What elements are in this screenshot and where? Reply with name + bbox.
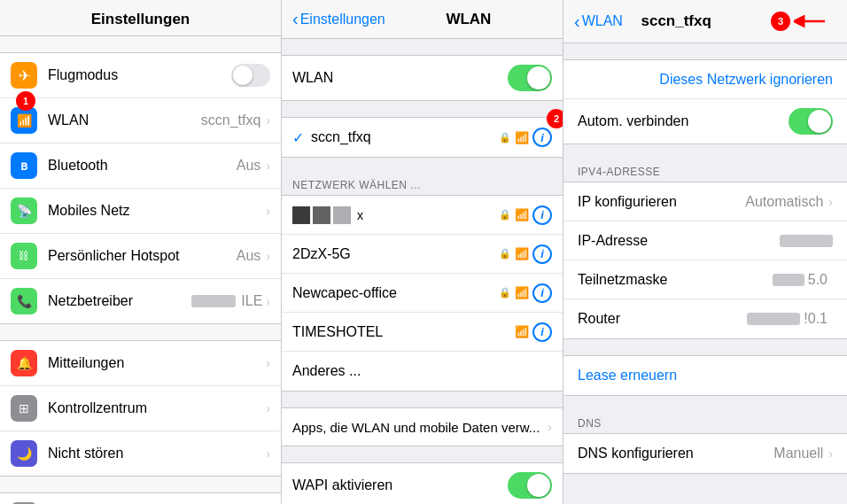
net2-wifi-icon: 📶 [515, 247, 529, 260]
wlan-toggle-section: WLAN [282, 55, 563, 101]
badge-3: 3 [771, 12, 790, 31]
settings-section-1: ✈ Flugmodus 📶 WLAN sccn_tfxq › 1 [0, 52, 281, 324]
net3-label: Newcapec-office [292, 285, 499, 301]
wlan-back-button[interactable]: ‹ Einstellungen [292, 9, 385, 29]
net1-info-button[interactable]: i [532, 205, 552, 225]
ignore-network-row[interactable]: Dieses Netzwerk ignorieren [563, 60, 847, 99]
settings-row-flugmodus[interactable]: ✈ Flugmodus [0, 53, 281, 98]
wlan-nav: ‹ Einstellungen WLAN [282, 0, 563, 39]
settings-row-hotspot[interactable]: ⛓ Persönlicher Hotspot Aus › [0, 234, 281, 279]
wlan-icon: 📶 [11, 107, 37, 134]
net4-label: TIMESHOTEL [292, 324, 515, 340]
wlan-apps-label: Apps, die WLAN und mobile Daten verw... [292, 420, 548, 435]
kontrollzentrum-icon: ⊞ [11, 395, 37, 422]
net1-lock-icon: 🔒 [499, 209, 511, 221]
bluetooth-icon: ʙ [11, 152, 37, 179]
dns-configure-row[interactable]: DNS konfigurieren Manuell › [563, 434, 847, 473]
badge-2: 2 [547, 109, 563, 128]
carrier-value [191, 295, 236, 307]
settings-row-wlan[interactable]: 📶 WLAN sccn_tfxq › 1 [0, 98, 281, 143]
subnet-label: Teilnetzmaske [578, 272, 773, 288]
network-detail-panel: ‹ WLAN sccn_tfxq 3 Dieses Netzwerk ignor… [563, 0, 847, 504]
settings-row-nicht-stoeren[interactable]: 🌙 Nicht stören › [0, 431, 281, 476]
wlan-apps-row[interactable]: Apps, die WLAN und mobile Daten verw... … [282, 407, 563, 446]
settings-row-bluetooth[interactable]: ʙ Bluetooth Aus › [0, 143, 281, 189]
color-box-dark [292, 206, 310, 224]
network-row-4[interactable]: TIMESHOTEL 📶 i [282, 313, 563, 352]
settings-row-kontrollzentrum[interactable]: ⊞ Kontrollzentrum › [0, 386, 281, 431]
net3-wifi-icon: 📶 [515, 286, 529, 299]
panel3-back-button[interactable]: ‹ WLAN [574, 12, 623, 32]
wapi-row[interactable]: WAPI aktivieren [282, 462, 563, 504]
wlan-back-label: Einstellungen [300, 12, 385, 27]
settings-row-allgemein[interactable]: ⚙ Allgemein › [0, 493, 281, 504]
router-suffix: !0.1 [804, 311, 828, 327]
settings-row-carrier[interactable]: 📞 Netzbetreiber ILE › [0, 279, 281, 323]
current-network-row[interactable]: ✓ sccn_tfxq 🔒 📶 i 2 [282, 118, 563, 157]
settings-panel: Einstellungen ✈ Flugmodus 📶 WLAN sccn_tf… [0, 0, 282, 504]
ignore-autojoin-section: Dieses Netzwerk ignorieren Autom. verbin… [563, 59, 847, 144]
hotspot-icon: ⛓ [11, 243, 37, 269]
carrier-icon: 📞 [11, 288, 37, 314]
wlan-title: WLAN [385, 11, 552, 28]
settings-row-mitteilungen[interactable]: 🔔 Mitteilungen › [0, 341, 281, 386]
info-button[interactable]: i [532, 128, 552, 147]
wlan-panel: ‹ Einstellungen WLAN WLAN ✓ sccn_tfxq 🔒 … [282, 0, 563, 504]
network-row-3[interactable]: Newcapec-office 🔒 📶 i [282, 274, 563, 313]
network-row-2[interactable]: 2DzX-5G 🔒 📶 i [282, 235, 563, 274]
lock-icon: 🔒 [499, 132, 511, 143]
panel1-title: Einstellungen [91, 11, 190, 27]
network-row-5[interactable]: Anderes ... [282, 352, 563, 391]
autojoin-toggle[interactable] [789, 108, 833, 135]
net5-label: Anderes ... [292, 363, 552, 379]
settings-section-2: 🔔 Mitteilungen › ⊞ Kontrollzentrum › 🌙 N… [0, 340, 281, 477]
ip-configure-row[interactable]: IP konfigurieren Automatisch › [563, 182, 847, 221]
wlan-toggle[interactable] [508, 65, 552, 91]
ip-configure-label: IP konfigurieren [578, 194, 745, 210]
flugmodus-toggle[interactable] [231, 64, 270, 87]
subnet-value-blurred [773, 274, 804, 286]
checkmark-icon: ✓ [292, 129, 304, 146]
settings-section-3: ⚙ Allgemein › A Anzeige & Helligkeit › ❄… [0, 492, 281, 504]
net2-info-button[interactable]: i [532, 244, 552, 264]
flugmodus-label: Flugmodus [48, 67, 231, 83]
wlan-apps-chevron: › [548, 420, 552, 434]
network-row-1[interactable]: x 🔒 📶 i [282, 196, 563, 235]
mobiles-netz-chevron: › [266, 204, 270, 218]
bluetooth-chevron: › [266, 159, 270, 173]
ipv4-section: IP konfigurieren Automatisch › IP-Adress… [563, 182, 847, 339]
net2-label: 2DzX-5G [292, 246, 499, 262]
settings-row-mobiles-netz[interactable]: 📡 Mobiles Netz › [0, 189, 281, 234]
wlan-label: WLAN [48, 112, 201, 128]
hotspot-label: Persönlicher Hotspot [48, 248, 237, 264]
carrier-label: Netzbetreiber [48, 293, 191, 309]
nicht-stoeren-icon: 🌙 [11, 440, 37, 467]
mitteilungen-chevron: › [266, 356, 270, 370]
wlan-row-label: WLAN [292, 70, 508, 86]
subnet-suffix: 5.0 [808, 272, 828, 288]
net3-info-button[interactable]: i [532, 283, 552, 303]
nicht-stoeren-label: Nicht stören [48, 446, 266, 461]
wlan-chevron: › [266, 113, 270, 128]
colored-boxes: x [292, 206, 363, 224]
router-row: Router !0.1 [563, 299, 847, 338]
current-network-section: ✓ sccn_tfxq 🔒 📶 i 2 [282, 117, 563, 158]
wifi-icon: 📶 [515, 131, 529, 144]
hotspot-chevron: › [266, 249, 270, 263]
wlan-toggle-row[interactable]: WLAN [282, 56, 563, 100]
ignore-network-btn[interactable]: Dieses Netzwerk ignorieren [578, 72, 833, 88]
net4-info-button[interactable]: i [532, 322, 552, 342]
wapi-toggle[interactable] [508, 472, 552, 499]
subnet-row: Teilnetzmaske 5.0 [563, 260, 847, 299]
ip-address-row: IP-Adresse [563, 221, 847, 260]
mobiles-netz-label: Mobiles Netz [48, 203, 266, 219]
bluetooth-label: Bluetooth [48, 158, 237, 174]
lease-row[interactable]: Lease erneuern [563, 356, 847, 395]
dns-configure-value: Manuell [773, 446, 823, 461]
ipv4-header: IPV4-ADRESSE [563, 160, 847, 182]
autojoin-row: Autom. verbinden [563, 99, 847, 143]
hotspot-value: Aus [237, 248, 261, 264]
mitteilungen-icon: 🔔 [11, 350, 37, 376]
lease-label[interactable]: Lease erneuern [578, 368, 677, 384]
kontrollzentrum-label: Kontrollzentrum [48, 400, 266, 416]
